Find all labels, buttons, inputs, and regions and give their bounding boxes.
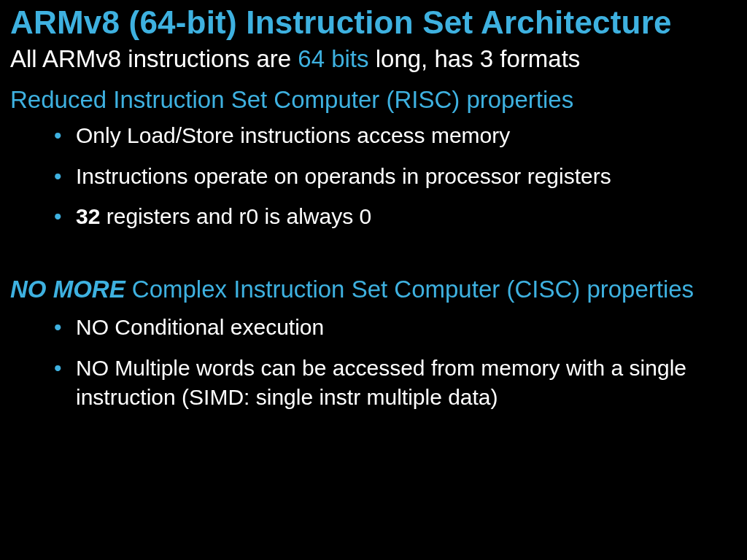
heading-rest: Complex Instruction Set Computer (CISC) … bbox=[125, 276, 694, 303]
list-item: Instructions operate on operands in proc… bbox=[54, 162, 737, 191]
risc-list: Only Load/Store instructions access memo… bbox=[10, 121, 737, 231]
intro-highlight: 64 bits bbox=[298, 45, 368, 72]
cisc-heading: NO MORE Complex Instruction Set Computer… bbox=[10, 273, 737, 306]
intro-part-a: All ARMv8 instructions are bbox=[10, 45, 298, 72]
risc-heading: Reduced Instruction Set Computer (RISC) … bbox=[10, 86, 737, 114]
bold-number: 32 bbox=[76, 204, 100, 228]
intro-line: All ARMv8 instructions are 64 bits long,… bbox=[10, 45, 737, 73]
cisc-list: NO Conditional execution NO Multiple wor… bbox=[10, 313, 737, 411]
list-item: 32 registers and r0 is always 0 bbox=[54, 202, 737, 231]
intro-part-c: long, has 3 formats bbox=[369, 45, 581, 72]
list-text: registers and r0 is always 0 bbox=[100, 204, 371, 228]
slide-title: ARMv8 (64-bit) Instruction Set Architect… bbox=[10, 4, 737, 41]
list-item: NO Conditional execution bbox=[54, 313, 737, 342]
emphasis-text: NO MORE bbox=[10, 276, 125, 303]
list-item: Only Load/Store instructions access memo… bbox=[54, 121, 737, 150]
list-item: NO Multiple words can be accessed from m… bbox=[54, 354, 737, 411]
